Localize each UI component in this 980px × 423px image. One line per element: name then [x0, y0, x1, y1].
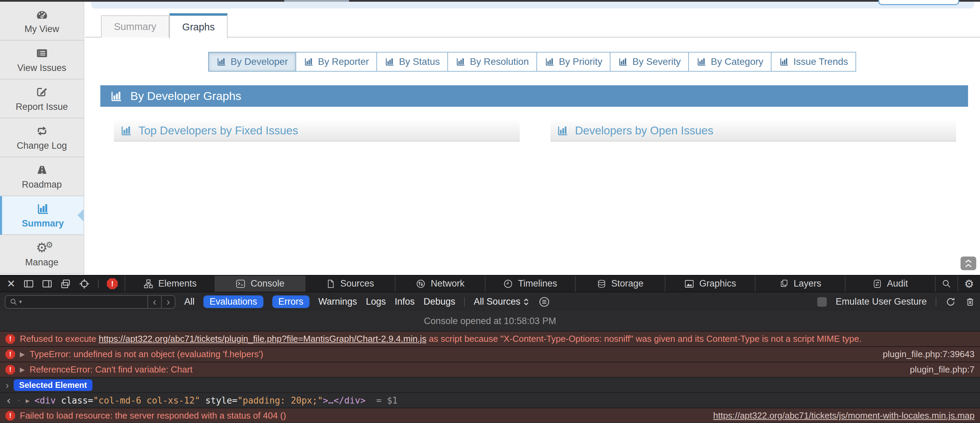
- site-navbar-fragment: [91, 2, 974, 8]
- bar-chart-icon: [557, 124, 569, 137]
- error-count-badge[interactable]: !: [107, 278, 118, 289]
- button-label: By Developer: [231, 56, 288, 67]
- sources-select[interactable]: All Sources: [474, 296, 529, 307]
- filter-evaluations[interactable]: Evaluations: [204, 296, 263, 308]
- web-inspector: ✕ ! Elements Console Sources: [0, 275, 980, 423]
- dom-node-preview: <div class="col-md-6 col-xs-12" style="p…: [35, 395, 398, 406]
- inspector-tab-storage[interactable]: Storage: [575, 276, 665, 292]
- button-by-status[interactable]: By Status: [376, 52, 448, 72]
- next-result-button[interactable]: ›: [161, 296, 175, 308]
- filter-warnings[interactable]: Warnings: [318, 296, 357, 307]
- element-picker-icon[interactable]: [79, 278, 90, 289]
- console-error-nosniff[interactable]: ! Refused to execute https://apt322.org/…: [0, 331, 980, 346]
- console-result-row[interactable]: ‹ · ▶ <div class="col-md-6 col-xs-12" st…: [0, 392, 980, 408]
- tab-summary[interactable]: Summary: [101, 15, 169, 38]
- clear-console-icon[interactable]: [945, 296, 956, 307]
- sidebar-item-my-view[interactable]: My View: [0, 2, 84, 41]
- disclosure-triangle-icon[interactable]: ▶: [25, 397, 29, 404]
- error-icon: !: [5, 334, 15, 344]
- sidebar-item-change-log[interactable]: Change Log: [0, 118, 84, 157]
- filter-errors[interactable]: Errors: [272, 296, 310, 308]
- error-message: TypeError: undefined is not an object (e…: [30, 349, 263, 359]
- history-chevron-icon[interactable]: ‹: [5, 397, 12, 404]
- console-error-typeerror[interactable]: ! ▶ TypeError: undefined is not an objec…: [0, 346, 980, 362]
- bar-chart-icon: [545, 57, 555, 67]
- button-label: By Category: [711, 56, 763, 67]
- console-log: Console opened at 10:58:03 PM ! Refused …: [0, 311, 980, 422]
- bar-chart-icon: [120, 124, 132, 137]
- source-location-link[interactable]: plugin_file.php:7: [900, 364, 975, 375]
- bar-chart-icon: [36, 202, 50, 216]
- sidebar-item-summary[interactable]: Summary: [0, 196, 84, 235]
- disclosure-triangle-icon[interactable]: ▶: [20, 350, 25, 358]
- filter-infos[interactable]: Infos: [395, 296, 415, 307]
- console-search-input[interactable]: ▾: [5, 296, 147, 308]
- inspector-tab-audit[interactable]: Audit: [845, 276, 935, 292]
- clock-icon: [503, 279, 513, 289]
- tab-label: Storage: [611, 278, 644, 289]
- history-dot-icon: ·: [17, 396, 21, 405]
- filter-menu-icon[interactable]: [538, 296, 550, 308]
- script-url-link[interactable]: https://apt322.org/abc71/tickets/plugin_…: [99, 334, 426, 344]
- trash-icon[interactable]: [965, 297, 975, 307]
- button-by-reporter[interactable]: By Reporter: [296, 52, 377, 72]
- button-label: By Resolution: [470, 56, 529, 67]
- previous-result-button[interactable]: ‹: [147, 296, 161, 308]
- filter-logs[interactable]: Logs: [366, 296, 386, 307]
- resource-url-link[interactable]: https://apt322.org/abc71/tickets/js/mome…: [703, 410, 975, 421]
- tab-summary-label: Summary: [114, 21, 156, 32]
- undock-window-icon[interactable]: [60, 279, 71, 289]
- inspector-tab-layers[interactable]: Layers: [755, 276, 845, 292]
- dock-bottom-icon[interactable]: [42, 279, 52, 289]
- sidebar-item-label: Change Log: [17, 140, 67, 151]
- console-error-404[interactable]: ! Failed to load resource: the server re…: [0, 408, 980, 422]
- sidebar-item-view-issues[interactable]: View Issues: [0, 41, 84, 80]
- sidebar-item-roadmap[interactable]: Roadmap: [0, 157, 84, 196]
- error-message: Refused to execute https://apt322.org/ab…: [20, 334, 862, 344]
- inspector-tab-network[interactable]: Network: [395, 276, 485, 292]
- dock-side-icon[interactable]: [24, 279, 34, 289]
- source-location-link[interactable]: plugin_file.php:7:39643: [872, 349, 975, 359]
- search-icon: [10, 298, 18, 306]
- scroll-to-top-button[interactable]: [961, 256, 976, 270]
- button-by-severity[interactable]: By Severity: [610, 52, 689, 72]
- button-issue-trends[interactable]: Issue Trends: [771, 52, 856, 72]
- emulate-user-gesture-checkbox[interactable]: [817, 297, 827, 307]
- section-header: By Developer Graphs: [100, 85, 968, 107]
- filter-debugs[interactable]: Debugs: [423, 296, 455, 307]
- button-by-resolution[interactable]: By Resolution: [447, 52, 537, 72]
- console-error-referenceerror[interactable]: ! ▶ ReferenceError: Can't find variable:…: [0, 362, 980, 377]
- disclosure-triangle-icon[interactable]: ▶: [20, 366, 25, 374]
- up-down-chevrons-icon: [523, 298, 529, 306]
- inspector-tab-graphics[interactable]: Graphics: [665, 276, 755, 292]
- panel-open-issues: Developers by Open Issues: [550, 120, 956, 142]
- button-label: By Priority: [559, 56, 603, 67]
- inspector-tab-timelines[interactable]: Timelines: [485, 276, 575, 292]
- inspector-search-button[interactable]: [935, 276, 958, 292]
- button-by-priority[interactable]: By Priority: [536, 52, 611, 72]
- close-icon[interactable]: ✕: [7, 278, 15, 289]
- inspector-tab-console[interactable]: Console: [215, 276, 305, 292]
- button-by-developer[interactable]: By Developer: [208, 52, 296, 72]
- button-by-category[interactable]: By Category: [688, 52, 772, 72]
- tab-graphs[interactable]: Graphs: [169, 13, 228, 38]
- image-icon: [684, 279, 694, 289]
- gears-icon: ⚙⚙: [36, 241, 48, 254]
- inspector-tab-elements[interactable]: Elements: [124, 276, 215, 292]
- navbar-button-fragment[interactable]: [878, 0, 959, 5]
- console-selected-element-row[interactable]: › Selected Element: [0, 377, 980, 392]
- error-icon: !: [5, 350, 15, 359]
- error-message: Failed to load resource: the server resp…: [20, 410, 286, 421]
- inspector-settings-button[interactable]: ⚙: [958, 276, 980, 292]
- tab-label: Elements: [158, 278, 197, 289]
- file-icon: [326, 279, 336, 289]
- sidebar-item-report-issue[interactable]: Report Issue: [0, 80, 84, 118]
- error-message: ReferenceError: Can't find variable: Cha…: [30, 364, 193, 375]
- divider: [464, 297, 465, 306]
- sidebar-item-manage[interactable]: ⚙⚙ Manage: [0, 235, 84, 274]
- console-search-group: ▾ ‹ ›: [5, 295, 175, 309]
- edit-icon: [35, 85, 49, 99]
- filter-all[interactable]: All: [184, 296, 194, 307]
- inspector-tab-sources[interactable]: Sources: [305, 276, 395, 292]
- button-label: Issue Trends: [793, 56, 848, 67]
